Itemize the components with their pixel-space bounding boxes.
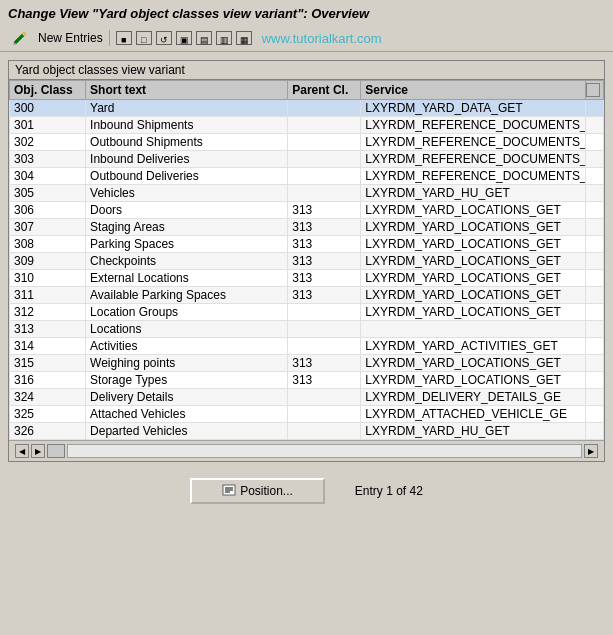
cell-short-text: Doors <box>86 202 288 219</box>
cell-parent-cl <box>288 321 361 338</box>
cell-short-text: Delivery Details <box>86 389 288 406</box>
cell-service: LXYRDM_YARD_LOCATIONS_GET <box>361 236 586 253</box>
table-row[interactable]: 314ActivitiesLXYRDM_YARD_ACTIVITIES_GET <box>10 338 604 355</box>
cell-parent-cl <box>288 406 361 423</box>
col-header-service: Service <box>361 81 586 100</box>
panel-title: Yard object classes view variant <box>9 61 604 80</box>
cell-scroll <box>585 355 603 372</box>
cell-service: LXYRDM_YARD_ACTIVITIES_GET <box>361 338 586 355</box>
table-row[interactable]: 315Weighing points313LXYRDM_YARD_LOCATIO… <box>10 355 604 372</box>
cell-parent-cl <box>288 134 361 151</box>
separator-1 <box>109 30 110 46</box>
cell-scroll <box>585 117 603 134</box>
table-row[interactable]: 313Locations <box>10 321 604 338</box>
cell-service: LXYRDM_YARD_LOCATIONS_GET <box>361 219 586 236</box>
cell-scroll <box>585 100 603 117</box>
cell-obj-class: 310 <box>10 270 86 287</box>
cell-short-text: Parking Spaces <box>86 236 288 253</box>
cell-scroll <box>585 287 603 304</box>
cell-short-text: Departed Vehicles <box>86 423 288 440</box>
position-btn-label: Position... <box>240 484 293 498</box>
table-row[interactable]: 303Inbound DeliveriesLXYRDM_REFERENCE_DO… <box>10 151 604 168</box>
cell-scroll <box>585 406 603 423</box>
table-row[interactable]: 325Attached VehiclesLXYRDM_ATTACHED_VEHI… <box>10 406 604 423</box>
cell-service: LXYRDM_YARD_LOCATIONS_GET <box>361 287 586 304</box>
cell-short-text: Outbound Shipments <box>86 134 288 151</box>
table-row[interactable]: 306Doors313LXYRDM_YARD_LOCATIONS_GET <box>10 202 604 219</box>
table-body: 300YardLXYRDM_YARD_DATA_GET301Inbound Sh… <box>10 100 604 440</box>
position-button[interactable]: Position... <box>190 478 325 504</box>
delete-btn[interactable]: ▤ <box>196 31 212 45</box>
move-btn[interactable]: ▣ <box>176 31 192 45</box>
select-btn[interactable]: ▥ <box>216 31 232 45</box>
pencil-icon <box>12 30 28 46</box>
cell-scroll <box>585 372 603 389</box>
cell-obj-class: 307 <box>10 219 86 236</box>
cell-parent-cl <box>288 168 361 185</box>
h-scroll-track <box>67 444 582 458</box>
cell-service: LXYRDM_REFERENCE_DOCUMENTS_ <box>361 117 586 134</box>
cell-scroll <box>585 219 603 236</box>
table-row[interactable]: 310External Locations313LXYRDM_YARD_LOCA… <box>10 270 604 287</box>
cell-scroll <box>585 202 603 219</box>
copy-btn[interactable]: ■ <box>116 31 132 45</box>
cell-parent-cl: 313 <box>288 355 361 372</box>
cell-obj-class: 302 <box>10 134 86 151</box>
data-table: Obj. Class Short text Parent Cl. Service… <box>9 80 604 440</box>
cell-service: LXYRDM_YARD_LOCATIONS_GET <box>361 304 586 321</box>
cell-parent-cl <box>288 117 361 134</box>
scroll-right-btn[interactable]: ▶ <box>31 444 45 458</box>
scroll-right2-btn[interactable]: ▶ <box>584 444 598 458</box>
cell-parent-cl: 313 <box>288 202 361 219</box>
cell-obj-class: 325 <box>10 406 86 423</box>
cell-service: LXYRDM_ATTACHED_VEHICLE_GE <box>361 406 586 423</box>
copy2-btn[interactable]: □ <box>136 31 152 45</box>
cell-obj-class: 300 <box>10 100 86 117</box>
cell-short-text: Storage Types <box>86 372 288 389</box>
table-row[interactable]: 308Parking Spaces313LXYRDM_YARD_LOCATION… <box>10 236 604 253</box>
cell-service <box>361 321 586 338</box>
table-row[interactable]: 311Available Parking Spaces313LXYRDM_YAR… <box>10 287 604 304</box>
table-row[interactable]: 312Location GroupsLXYRDM_YARD_LOCATIONS_… <box>10 304 604 321</box>
scroll-drag-btn[interactable] <box>47 444 65 458</box>
cell-obj-class: 301 <box>10 117 86 134</box>
cell-service: LXYRDM_YARD_LOCATIONS_GET <box>361 253 586 270</box>
undo-btn[interactable]: ↺ <box>156 31 172 45</box>
cell-parent-cl <box>288 304 361 321</box>
cell-short-text: Location Groups <box>86 304 288 321</box>
cell-short-text: Yard <box>86 100 288 117</box>
h-scrollbar: ◀ ▶ ▶ <box>15 444 598 458</box>
cell-parent-cl <box>288 151 361 168</box>
table-row[interactable]: 324Delivery DetailsLXYRDM_DELIVERY_DETAI… <box>10 389 604 406</box>
cell-short-text: Outbound Deliveries <box>86 168 288 185</box>
cell-parent-cl: 313 <box>288 270 361 287</box>
table-row[interactable]: 305VehiclesLXYRDM_YARD_HU_GET <box>10 185 604 202</box>
cell-parent-cl: 313 <box>288 287 361 304</box>
table-row[interactable]: 307Staging Areas313LXYRDM_YARD_LOCATIONS… <box>10 219 604 236</box>
cell-service: LXYRDM_REFERENCE_DOCUMENTS_ <box>361 134 586 151</box>
table-row[interactable]: 316Storage Types313LXYRDM_YARD_LOCATIONS… <box>10 372 604 389</box>
cell-parent-cl <box>288 100 361 117</box>
cell-parent-cl <box>288 423 361 440</box>
config-btn[interactable]: ▦ <box>236 31 252 45</box>
cell-parent-cl: 313 <box>288 372 361 389</box>
cell-parent-cl: 313 <box>288 219 361 236</box>
col-header-scroll <box>585 81 603 100</box>
page-title: Change View "Yard object classes view va… <box>0 0 613 25</box>
table-row[interactable]: 326Departed VehiclesLXYRDM_YARD_HU_GET <box>10 423 604 440</box>
table-row[interactable]: 304Outbound DeliveriesLXYRDM_REFERENCE_D… <box>10 168 604 185</box>
scroll-left-btn[interactable]: ◀ <box>15 444 29 458</box>
cell-obj-class: 315 <box>10 355 86 372</box>
cell-short-text: Activities <box>86 338 288 355</box>
cell-obj-class: 303 <box>10 151 86 168</box>
cell-service: LXYRDM_YARD_HU_GET <box>361 423 586 440</box>
table-row[interactable]: 300YardLXYRDM_YARD_DATA_GET <box>10 100 604 117</box>
svg-rect-0 <box>14 43 17 45</box>
cell-parent-cl <box>288 338 361 355</box>
table-row[interactable]: 301Inbound ShipmentsLXYRDM_REFERENCE_DOC… <box>10 117 604 134</box>
cell-short-text: Inbound Shipments <box>86 117 288 134</box>
table-row[interactable]: 309Checkpoints313LXYRDM_YARD_LOCATIONS_G… <box>10 253 604 270</box>
edit-icon-btn[interactable] <box>8 28 32 48</box>
cell-short-text: Attached Vehicles <box>86 406 288 423</box>
table-row[interactable]: 302Outbound ShipmentsLXYRDM_REFERENCE_DO… <box>10 134 604 151</box>
